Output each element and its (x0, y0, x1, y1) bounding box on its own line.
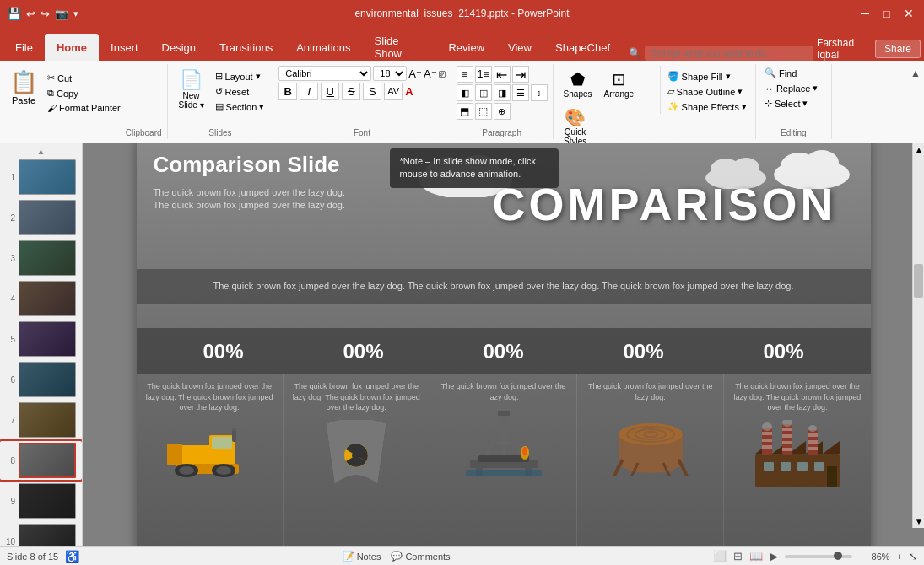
quick-styles-icon: 🎨 (565, 107, 586, 127)
scroll-down-arrow[interactable]: ▼ (913, 515, 924, 528)
close-button[interactable]: ✕ (900, 7, 917, 20)
scroll-up-arrow[interactable]: ▲ (913, 143, 924, 156)
font-family-select[interactable]: Calibri (278, 66, 371, 81)
fit-slide-button[interactable]: ⤡ (909, 551, 917, 562)
tab-design[interactable]: Design (150, 34, 208, 61)
slide-thumb-10[interactable]: 10 (0, 522, 82, 546)
tab-animations[interactable]: Animations (284, 34, 362, 61)
shape-effects-button[interactable]: ✨ Shape Effects ▾ (664, 100, 750, 114)
font-color-button[interactable]: A (405, 85, 413, 98)
slide-img-8 (19, 443, 76, 478)
tab-view[interactable]: View (496, 34, 543, 61)
font-size-select[interactable]: 18 (373, 66, 407, 81)
text-direction-button[interactable]: ⬒ (457, 103, 473, 120)
accessibility-icon[interactable]: ♿ (65, 550, 79, 563)
text-shadow-button[interactable]: S (363, 83, 381, 100)
zoom-slider[interactable] (785, 555, 852, 558)
format-painter-button[interactable]: 🖌 Format Painter (44, 101, 124, 115)
search-input[interactable] (645, 46, 813, 61)
reset-button[interactable]: ↺ Reset (212, 84, 268, 99)
redo-icon[interactable]: ↪ (41, 8, 50, 20)
tab-review[interactable]: Review (436, 34, 496, 61)
slideshow-view-button[interactable]: ▶ (770, 550, 778, 562)
align-text-button[interactable]: ⬚ (475, 103, 492, 120)
normal-view-button[interactable]: ⬜ (713, 550, 727, 562)
undo-icon[interactable]: ↩ (26, 8, 35, 20)
new-slide-button[interactable]: 📄 NewSlide ▾ (173, 66, 210, 113)
screenshot-icon[interactable]: 📷 (55, 8, 68, 20)
layout-button[interactable]: ⊞ Layout ▾ (212, 69, 268, 83)
char-spacing-button[interactable]: AV (384, 83, 403, 100)
zoom-in-button[interactable]: + (897, 552, 902, 562)
slide-thumb-5[interactable]: 5 (0, 320, 82, 358)
shape-outline-button[interactable]: ▱ Shape Outline ▾ (664, 84, 750, 99)
right-scrollbar[interactable]: ▲ ▼ (912, 143, 924, 528)
select-icon: ⊹ (765, 98, 772, 109)
underline-button[interactable]: U (321, 83, 339, 100)
slide-canvas[interactable]: Comparison Slide The quick brown fox jum… (137, 143, 871, 546)
share-button[interactable]: Share (875, 40, 921, 58)
replace-button[interactable]: ↔ Replace ▾ (761, 81, 826, 95)
minimize-button[interactable]: ─ (856, 7, 873, 20)
tab-home[interactable]: Home (45, 34, 99, 61)
increase-font-button[interactable]: A⁺ (408, 67, 422, 80)
slide-sorter-button[interactable]: ⊞ (733, 550, 743, 562)
svg-point-60 (762, 422, 772, 431)
smartart-button[interactable]: ⊕ (494, 103, 511, 120)
slide-thumb-2[interactable]: 2 (0, 198, 82, 237)
reading-view-button[interactable]: 📖 (749, 550, 763, 562)
bold-button[interactable]: B (278, 83, 297, 100)
tab-slideshow[interactable]: Slide Show (362, 34, 436, 61)
bullets-button[interactable]: ≡ (457, 66, 473, 83)
section-button[interactable]: ▤ Section ▾ (212, 100, 268, 114)
svg-rect-44 (762, 439, 772, 442)
zoom-out-button[interactable]: − (859, 552, 864, 562)
scroll-track[interactable] (913, 156, 924, 515)
save-icon[interactable]: 💾 (7, 7, 21, 20)
scroll-thumb[interactable] (914, 264, 923, 298)
comments-button[interactable]: 💬 Comments (391, 551, 450, 562)
tab-shapechef[interactable]: ShapeChef (543, 34, 622, 61)
paste-icon: 📋 (10, 69, 37, 95)
increase-indent-button[interactable]: ⇥ (512, 66, 529, 83)
select-button[interactable]: ⊹ Select ▾ (761, 96, 826, 110)
decrease-indent-button[interactable]: ⇤ (494, 66, 511, 83)
maximize-button[interactable]: □ (878, 8, 895, 20)
tab-transitions[interactable]: Transitions (208, 34, 284, 61)
content-wrapper: ▲ 1 2 3 4 5 (0, 143, 924, 546)
justify-button[interactable]: ☰ (512, 84, 529, 101)
columns-button[interactable]: ⫾ (531, 84, 548, 101)
cut-button[interactable]: ✂ Cut (44, 71, 124, 85)
quick-styles-button[interactable]: 🎨 QuickStyles (559, 104, 592, 149)
notes-button[interactable]: 📝 Notes (343, 551, 381, 562)
numbering-button[interactable]: 1≡ (475, 66, 492, 83)
slide-thumb-9[interactable]: 9 (0, 482, 82, 520)
paste-button[interactable]: 📋 Paste (5, 66, 42, 109)
zoom-thumb[interactable] (834, 552, 842, 560)
slide-thumb-4[interactable]: 4 (0, 279, 82, 318)
slide-thumb-7[interactable]: 7 (0, 401, 82, 439)
decrease-font-button[interactable]: A⁻ (424, 67, 437, 80)
slide-thumb-3[interactable]: 3 (0, 239, 82, 277)
align-right-button[interactable]: ◨ (494, 84, 511, 101)
slides-scroll-up[interactable]: ▲ (0, 147, 82, 156)
tab-file[interactable]: File (3, 34, 45, 61)
shapes-button[interactable]: ⬟ Shapes (559, 66, 597, 102)
slide-thumb-8[interactable]: 8 (0, 441, 82, 480)
qa-dropdown-icon[interactable]: ▾ (73, 8, 78, 19)
ribbon-collapse-button[interactable]: ▲ (910, 67, 921, 79)
slide-thumb-1[interactable]: 1 (0, 158, 82, 196)
align-center-button[interactable]: ◫ (475, 84, 492, 101)
copy-button[interactable]: ⧉ Copy (44, 86, 124, 100)
arrange-button[interactable]: ⊡ Arrange (599, 66, 640, 102)
strikethrough-button[interactable]: S (342, 83, 360, 100)
align-left-button[interactable]: ◧ (457, 84, 473, 101)
find-button[interactable]: 🔍 Find (761, 66, 826, 80)
svg-rect-55 (764, 462, 774, 471)
slide-thumb-6[interactable]: 6 (0, 360, 82, 399)
comments-label: Comments (405, 552, 450, 562)
tab-insert[interactable]: Insert (99, 34, 150, 61)
clear-format-button[interactable]: ⎚ (439, 67, 446, 80)
italic-button[interactable]: I (300, 83, 318, 100)
shape-fill-button[interactable]: 🪣 Shape Fill ▾ (664, 69, 750, 83)
